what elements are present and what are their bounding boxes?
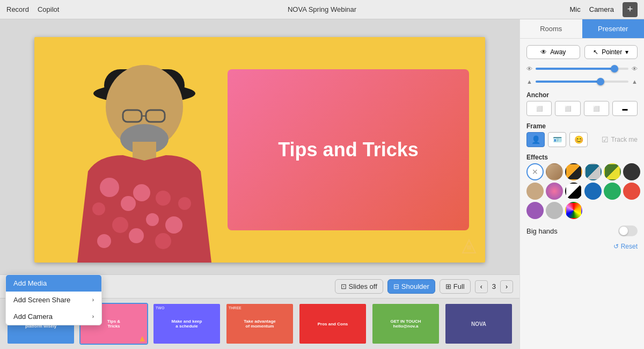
frame-card[interactable]: 🪪 [548,132,566,147]
add-media-item[interactable]: Add Media [6,275,101,292]
anchor-label: Anchor [526,91,638,99]
size-track[interactable] [536,81,628,83]
anchor-bl[interactable]: ▬ [612,101,638,116]
effect-film[interactable] [623,163,640,180]
mic-label: Mic [570,5,581,13]
effect-red[interactable] [623,183,640,200]
full-label: Full [453,282,465,290]
svg-point-14 [156,191,171,206]
window-title: NOVA Spring Webinar [288,5,356,13]
slide-thumb-6[interactable]: GET IN TOUCHhello@nov.a [371,303,440,345]
effect-diagonal[interactable] [584,163,602,180]
svg-rect-7 [133,142,156,161]
add-screen-share-label: Add Screen Share [13,296,70,304]
visibility-low-icon: 👁 [526,66,532,72]
reset-icon: ↺ [613,243,619,250]
svg-point-9 [121,196,136,211]
shoulder-label: Shoulder [401,282,429,290]
svg-point-11 [133,184,150,201]
anchor-section: Anchor ⬜ ⬜ ⬜ ▬ [526,91,638,116]
reset-row: ↺ Reset [526,243,638,250]
svg-rect-21 [467,245,471,250]
person-figure [45,42,249,263]
anchor-tl[interactable]: ⬜ [526,101,552,116]
panel-tabs: Rooms Presenter [520,19,644,39]
effect-skin[interactable] [526,183,544,200]
effect-none[interactable]: ✕ [526,163,544,180]
slide-thumb-4[interactable]: THREE Take advantageof momentum [225,303,294,345]
big-hands-toggle[interactable] [618,226,638,236]
track-checkbox-icon[interactable]: ☑ [602,135,609,144]
size-slider-row: ▲ ▲ [526,78,638,85]
slide-card: Tips and Tricks [228,69,469,230]
svg-point-8 [100,178,119,197]
anchor-row: ⬜ ⬜ ⬜ ▬ [526,101,638,116]
copilot-button[interactable]: Copilot [38,5,59,13]
add-media-label: Add Media [13,279,47,287]
next-page-button[interactable]: › [500,280,513,293]
effect-gray[interactable] [546,202,563,219]
visibility-slider-row: 👁 👁 [526,66,638,72]
camera-label: Camera [589,5,614,13]
visibility-fill [536,68,614,70]
pointer-button[interactable]: ↖ Pointer ▾ [584,45,638,59]
svg-point-10 [92,202,105,215]
pagination: ‹ 3 › [475,280,513,293]
anchor-tc[interactable]: ⬜ [555,101,580,116]
frame-person[interactable]: 👤 [526,132,545,147]
size-large-icon: ▲ [632,78,638,85]
shoulder-button[interactable]: ⊟ Shoulder [387,279,435,294]
full-button[interactable]: ⊞ Full [440,279,471,294]
reset-button[interactable]: ↺ Reset [613,243,638,250]
presenter-tab[interactable]: Presenter [582,19,645,38]
rooms-tab[interactable]: Rooms [520,19,582,38]
chevron-right-icon: › [92,297,94,303]
slide-preview: Tips and Tricks [34,37,485,263]
away-button[interactable]: 👁 Away [526,45,580,59]
add-screen-share-item[interactable]: Add Screen Share › [6,292,101,308]
frame-head[interactable]: 😊 [569,132,588,147]
size-thumb[interactable] [597,78,604,85]
slides-off-button[interactable]: ⊡ Slides off [335,279,383,294]
control-row: 👁 Away ↖ Pointer ▾ [526,45,638,59]
effect-blur[interactable] [546,163,563,180]
slide-thumb-3[interactable]: TWO Make and keepa schedule [152,303,221,345]
chevron-right-icon-2: › [92,314,94,319]
effect-half[interactable] [604,163,621,180]
nova-logo [460,238,478,255]
add-camera-item[interactable]: Add Camera › [6,308,101,325]
slide-title: Tips and Tricks [278,139,418,161]
effect-rainbow[interactable] [565,202,582,219]
anchor-tr[interactable]: ⬜ [584,101,609,116]
effect-blue[interactable] [584,183,602,200]
frame-row: 👤 🪪 😊 ☑ Track me [526,132,638,147]
preview-area: Tips and Tricks [0,19,519,274]
size-fill [536,81,601,83]
slide-thumb-7[interactable]: NOVA [444,303,513,345]
shoulder-icon: ⊟ [393,282,399,290]
effect-color-mix[interactable] [546,183,563,200]
top-bar-left: Record Copilot [6,5,59,13]
svg-point-19 [97,234,111,248]
visibility-thumb[interactable] [611,65,618,72]
slide-thumb-5[interactable]: Pros and Cons [298,303,367,345]
pointer-label: Pointer [602,48,622,56]
main-layout: Tips and Tricks ⊞ New Slide ▾ [0,19,644,349]
record-button[interactable]: Record [6,5,29,13]
pointer-chevron-icon: ▾ [625,48,628,56]
frame-section: Frame 👤 🪪 😊 ☑ Track me [526,122,638,147]
effect-purple[interactable] [526,202,544,219]
prev-page-button[interactable]: ‹ [475,280,488,293]
slides-off-label: Slides off [349,282,377,290]
top-bar: Record Copilot NOVA Spring Webinar Mic C… [0,0,644,19]
effect-bw[interactable] [565,183,582,200]
add-camera-label: Add Camera [13,312,53,321]
toggle-thumb [619,227,628,235]
svg-point-13 [146,213,159,226]
effect-green[interactable] [604,183,621,200]
visibility-track[interactable] [536,68,628,70]
effect-outline[interactable] [565,163,582,180]
slides-off-icon: ⊡ [341,282,347,290]
effects-section: Effects ✕ [526,154,638,219]
add-button[interactable]: + [623,2,638,17]
